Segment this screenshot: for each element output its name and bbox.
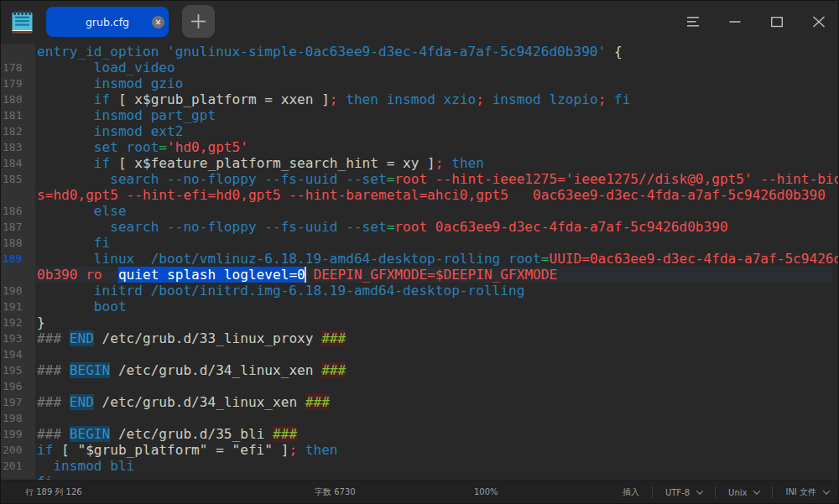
code-segment: /etc/grub.d/34_linux_xen: [110, 362, 321, 378]
code-line[interactable]: insmod bli: [35, 458, 134, 474]
code-line[interactable]: load_video: [35, 60, 175, 75]
line-ending-dropdown[interactable]: Unix: [728, 488, 759, 497]
code-line[interactable]: insmod gzio: [35, 75, 183, 91]
zoom-level: 100%: [474, 481, 498, 504]
line-number: 190: [3, 283, 22, 299]
code-segment: insmod ext2: [37, 123, 183, 139]
code-segment: ###: [321, 362, 346, 378]
code-line[interactable]: if [ x$grub_platform = xxen ]; then insm…: [35, 91, 630, 107]
code-line[interactable]: else: [35, 203, 127, 219]
chevron-down-icon: [753, 487, 760, 494]
code-line[interactable]: search --no-floppy --fs-uuid --set=root …: [35, 171, 839, 187]
code-segment: search --no-floppy --fs-uuid --set: [37, 219, 387, 235]
code-segment: insmod part_gpt: [37, 107, 216, 123]
code-segment: fi: [37, 235, 110, 251]
line-number: 193: [3, 330, 22, 346]
tab-grub-cfg[interactable]: grub.cfg: [46, 7, 169, 37]
code-line[interactable]: ### END /etc/grub.d/34_linux_xen ###: [35, 394, 330, 410]
code-line[interactable]: ### END /etc/grub.d/33_linux_proxy ###: [35, 330, 346, 346]
separator: [772, 486, 773, 498]
code-segment: [ x$grub_platform = xxen ]: [110, 91, 330, 107]
minimize-button[interactable]: [728, 15, 742, 29]
close-button[interactable]: [812, 15, 826, 29]
titlebar: grub.cfg: [0, 0, 839, 44]
maximize-button[interactable]: [770, 15, 784, 29]
line-number: 178: [3, 60, 22, 75]
code-line[interactable]: s=hd0,gpt5 --hint-efi=hd0,gpt5 --hint-ba…: [35, 187, 826, 203]
code-segment: else: [37, 203, 127, 219]
code-segment: ###: [37, 394, 70, 410]
code-line[interactable]: search --no-floppy --fs-uuid --set=root …: [35, 219, 728, 235]
statusbar: 行 189 列 126 字数 6730 100% 插入 UTF-8 Unix I…: [0, 480, 839, 504]
separator: [715, 486, 716, 498]
chevron-down-icon: [823, 487, 830, 494]
file-type-dropdown[interactable]: INI 文件: [785, 486, 829, 498]
close-icon: [152, 16, 164, 29]
line-number: 196: [3, 378, 22, 394]
line-number: 197: [3, 394, 22, 410]
code-segment: set root: [37, 139, 159, 155]
code-line[interactable]: ### BEGIN /etc/grub.d/34_linux_xen ###: [35, 362, 346, 378]
code-line[interactable]: [35, 346, 37, 362]
line-number: 201: [3, 458, 22, 474]
code-segment: then: [444, 155, 484, 171]
app-icon: [11, 10, 34, 34]
line-number: 181: [3, 107, 22, 123]
code-line[interactable]: [35, 378, 37, 394]
code-line[interactable]: initrd /boot/initrd.img-6.18.19-amd64-de…: [35, 283, 524, 299]
code-segment: =: [541, 251, 550, 267]
line-number: 182: [3, 123, 22, 139]
line-number: 200: [3, 442, 22, 458]
encoding-dropdown[interactable]: UTF-8: [665, 488, 702, 497]
code-segment: root --hint-ieee1275='ieee1275//disk@0,g…: [394, 171, 839, 187]
code-line[interactable]: 0b390 ro quiet splash loglevel=0 DEEPIN_…: [35, 267, 832, 283]
code-segment: entry_id_option 'gnulinux-simple-0ac63ee…: [37, 44, 606, 60]
code-segment: /etc/grub.d/35_bli: [110, 426, 273, 442]
code-line[interactable]: set root='hd0,gpt5': [35, 139, 248, 155]
code-segment: UUID=0ac63ee9-d3ec-4fda-a7af-5c9426d: [549, 251, 839, 267]
code-line[interactable]: }: [35, 314, 45, 330]
line-number: 188: [3, 235, 22, 251]
code-segment: 0b390 ro: [37, 267, 102, 283]
menu-button[interactable]: [686, 15, 700, 29]
input-mode[interactable]: 插入: [623, 486, 639, 498]
code-line[interactable]: fi: [35, 474, 53, 480]
code-line[interactable]: [35, 410, 37, 426]
code-segment: search --no-floppy --fs-uuid --set: [37, 171, 387, 187]
code-segment: BEGIN: [70, 362, 110, 378]
cursor-position: 行 189 列 126: [25, 481, 82, 504]
code-segment: ###: [37, 426, 70, 442]
line-number: 199: [3, 426, 22, 442]
code-segment: /etc/grub.d/33_linux_proxy: [94, 330, 321, 346]
code-line[interactable]: boot: [35, 299, 127, 314]
code-segment: BEGIN: [70, 426, 110, 442]
editor-area[interactable]: 1781791801811821831841851861871881891901…: [0, 44, 839, 480]
line-number: 180: [3, 91, 22, 107]
code-line[interactable]: ### BEGIN /etc/grub.d/35_bli ###: [35, 426, 297, 442]
code-line[interactable]: insmod ext2: [35, 123, 183, 139]
chevron-down-icon: [696, 487, 703, 494]
code-segment: load_video: [37, 60, 175, 75]
code-line[interactable]: linux /boot/vmlinuz-6.18.19-amd64-deskto…: [35, 251, 839, 267]
line-number: 184: [3, 155, 22, 171]
code-segment: if: [37, 155, 110, 171]
tab-title: grub.cfg: [46, 7, 169, 37]
tab-close-button[interactable]: [152, 16, 164, 29]
code-segment: linux /boot/vmlinuz-6.18.19-amd64-deskto…: [37, 251, 541, 267]
code-line[interactable]: if [ x$feature_platform_search_hint = xy…: [35, 155, 484, 171]
line-number: 194: [3, 346, 22, 362]
plus-icon: [182, 5, 215, 38]
new-tab-button[interactable]: [182, 5, 215, 38]
code-line[interactable]: if [ "$grub_platform" = "efi" ]; then: [35, 442, 338, 458]
code-line[interactable]: insmod part_gpt: [35, 107, 216, 123]
code-line[interactable]: fi: [35, 235, 110, 251]
line-number: 191: [3, 299, 22, 314]
code-segment: insmod gzio: [37, 75, 183, 91]
code-rows: entry_id_option 'gnulinux-simple-0ac63ee…: [35, 44, 839, 480]
line-number: 185: [3, 171, 22, 187]
code-segment: s=hd0,gpt5 --hint-efi=hd0,gpt5 --hint-ba…: [37, 187, 826, 203]
code-segment: ###: [273, 426, 297, 442]
code-segment: insmod bli: [37, 458, 134, 474]
code-segment: [102, 267, 118, 283]
code-line[interactable]: entry_id_option 'gnulinux-simple-0ac63ee…: [35, 44, 623, 60]
